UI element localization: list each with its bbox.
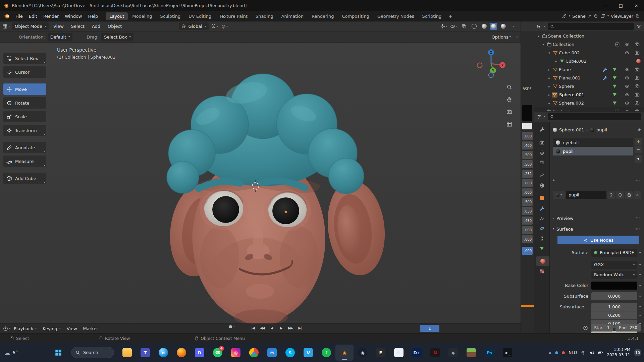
outliner-row-plane001[interactable]: ▸ Plane.001 xyxy=(534,74,644,82)
taskbar-app-chrome[interactable]: ◉ xyxy=(245,345,263,361)
shader-dropdown[interactable]: Principled BSDF xyxy=(591,249,637,257)
outliner-row-scene-collection[interactable]: ▾ Scene Collection xyxy=(534,32,644,40)
tab-output[interactable] xyxy=(535,148,548,157)
taskbar-app-epic-games[interactable]: E xyxy=(372,345,390,361)
value-slider[interactable]: .500 xyxy=(522,160,533,168)
outliner-row-plane[interactable]: ▸ Plane xyxy=(534,65,644,74)
navigation-gizmo[interactable]: Z X Y xyxy=(475,48,507,80)
outliner-row-sphere002[interactable]: ▸ Sphere.002 xyxy=(534,99,644,107)
properties-search-input[interactable] xyxy=(556,114,639,119)
close-button[interactable]: × xyxy=(629,0,644,11)
expand-icon[interactable]: ▸ xyxy=(547,93,552,97)
screen-icon[interactable] xyxy=(614,109,620,111)
expand-icon[interactable]: ▾ xyxy=(547,51,552,55)
proportional-editing-toggle[interactable]: ◎ ▾ xyxy=(221,22,229,30)
notification-count-badge[interactable]: 10 xyxy=(634,349,641,356)
decorator-icon[interactable]: • xyxy=(637,313,643,318)
menu-object[interactable]: Object xyxy=(105,24,124,29)
distribution-dropdown[interactable]: GGX ▾ xyxy=(591,261,637,269)
play-button[interactable]: ▶ xyxy=(277,324,285,332)
collapsed-shader-panel[interactable]: BSDF .000 .400 .500 .500 .252 .000 .000 … xyxy=(521,21,534,333)
taskbar-app-spotify[interactable]: ♪ xyxy=(317,345,335,361)
value-slider[interactable]: .030 xyxy=(522,207,533,215)
copy-scene-icon[interactable] xyxy=(594,14,598,18)
gizmo-negative-z-axis[interactable] xyxy=(489,73,494,78)
playback-menu[interactable]: Playback▾ xyxy=(11,326,40,331)
eye-icon[interactable] xyxy=(625,84,630,89)
outliner-editor-icon[interactable] xyxy=(537,24,542,29)
expand-icon[interactable]: ▸ xyxy=(547,85,552,88)
taskbar-app-skype[interactable]: S xyxy=(281,345,299,361)
outliner-row-collection[interactable]: ▾ Collection xyxy=(534,40,644,49)
material-users-button[interactable]: 2 xyxy=(607,191,615,199)
snap-toggle[interactable]: ▾ xyxy=(211,22,219,30)
tab-shading[interactable]: Shading xyxy=(252,12,277,20)
modifier-icon[interactable] xyxy=(602,75,607,80)
material-icon[interactable] xyxy=(636,59,641,63)
value-slider-selected[interactable]: .000 xyxy=(522,247,533,255)
camera-icon[interactable] xyxy=(635,109,640,111)
outliner-row-backup[interactable]: Back-up xyxy=(534,107,644,111)
outliner-row-cube002[interactable]: ▾ Cube.002 xyxy=(534,49,644,57)
color-swatch-light[interactable] xyxy=(522,123,532,129)
tool-measure[interactable]: Measure xyxy=(3,156,46,167)
overlays-toggle[interactable]: ▾ xyxy=(450,22,458,30)
shading-options-button[interactable]: ▾ xyxy=(509,22,517,30)
options-dropdown[interactable]: Options ▾ xyxy=(492,33,511,41)
menu-render[interactable]: Render xyxy=(40,14,62,19)
blender-logo-icon[interactable] xyxy=(3,13,10,19)
eye-icon[interactable] xyxy=(625,50,630,55)
taskbar-app-adobe[interactable]: ◆ xyxy=(444,345,462,361)
mesh-data-icon[interactable] xyxy=(612,75,617,80)
value-slider[interactable]: .500 xyxy=(522,198,533,206)
preview-panel-header[interactable]: ▸ Preview ∷∷ xyxy=(553,214,640,222)
color-swatch-dark[interactable] xyxy=(522,105,532,121)
wifi-icon[interactable] xyxy=(581,350,586,355)
taskbar-search[interactable]: Search xyxy=(71,347,114,358)
marker-menu[interactable]: Marker xyxy=(80,326,101,331)
modifier-icon[interactable] xyxy=(602,67,607,72)
value-slider[interactable]: .000 xyxy=(522,188,533,196)
add-slot-button[interactable]: + xyxy=(635,138,642,145)
shading-solid-button[interactable] xyxy=(480,22,488,30)
eye-icon[interactable] xyxy=(625,101,630,106)
menu-help[interactable]: Help xyxy=(85,14,101,19)
menu-window[interactable]: Window xyxy=(62,14,85,19)
tool-move[interactable]: Move xyxy=(3,83,46,95)
camera-icon[interactable] xyxy=(635,92,640,97)
auto-keying-button[interactable]: ● ▾ xyxy=(229,324,235,329)
tab-render[interactable] xyxy=(535,138,548,147)
volume-icon[interactable] xyxy=(589,350,594,355)
taskbar-app-blender-active[interactable]: ◉ xyxy=(335,345,354,361)
xray-toggle[interactable] xyxy=(460,22,468,30)
tab-scripting[interactable]: Scripting xyxy=(419,12,445,20)
camera-icon[interactable] xyxy=(635,101,640,106)
shading-material-button[interactable] xyxy=(490,23,497,30)
jump-to-start-button[interactable]: |◀ xyxy=(249,324,257,332)
decorator-icon[interactable]: • xyxy=(637,262,643,267)
copy-viewlayer-icon[interactable] xyxy=(635,14,639,18)
previous-keyframe-button[interactable]: ◀◀ xyxy=(258,324,266,332)
tab-sculpting[interactable]: Sculpting xyxy=(156,12,184,20)
tab-modifiers[interactable] xyxy=(535,203,548,213)
outliner-row-sphere001-active[interactable]: ▸ Sphere.001 xyxy=(534,90,644,99)
expand-icon[interactable]: ▾ xyxy=(536,35,541,38)
tray-app-icon-blue[interactable] xyxy=(555,351,558,354)
weather-widget[interactable]: ☁ 6° xyxy=(5,350,18,356)
tool-add-cube[interactable]: Add Cube xyxy=(3,173,46,184)
eye-icon[interactable] xyxy=(625,75,630,80)
outliner-search[interactable] xyxy=(548,23,634,30)
tool-transform[interactable]: Transform xyxy=(3,125,46,136)
expand-icon[interactable]: ▸ xyxy=(553,177,555,182)
new-material-button[interactable] xyxy=(625,191,633,199)
decorator-icon[interactable]: • xyxy=(637,294,643,299)
mesh-data-icon[interactable] xyxy=(612,84,617,89)
slot-specials-button[interactable]: ▾ xyxy=(635,155,642,163)
start-frame-field[interactable]: Start 1 xyxy=(591,324,613,331)
slot-eyeball[interactable]: eyeball xyxy=(553,138,633,147)
tab-uv-editing[interactable]: UV Editing xyxy=(185,12,215,20)
material-name-field[interactable]: pupil xyxy=(566,191,606,199)
value-slider[interactable]: .000 xyxy=(522,132,533,140)
taskbar-app-mail[interactable]: ✉ xyxy=(263,345,281,361)
expand-icon[interactable]: ▸ xyxy=(553,60,558,63)
